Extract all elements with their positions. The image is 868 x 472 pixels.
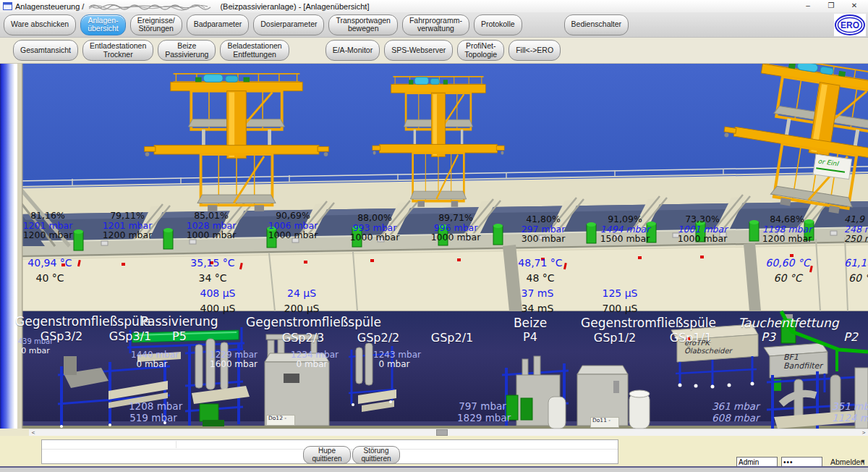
window-title-suffix: (Beizpassivieranlage) - [Anlagenübersich… [220,2,369,11]
fill-level-gauge: 84,68%1198 mbar1200 mbar [754,214,820,244]
logout-dropdown-icon[interactable]: ▼ [860,458,866,465]
plant-3d-graphics: or Einl [0,64,868,429]
station-unit: GSp3/1 [104,329,156,343]
button-sps-webserver[interactable]: SPS-Webserver [384,40,453,61]
window-bottom-edge [0,466,868,472]
button-beladestationen-entfettungen[interactable]: Beladestationen Entfettungen [220,40,289,61]
pressure-readout: 439 mbar0 mbar [17,337,54,355]
button-gesamtansicht[interactable]: Gesamtansicht [13,40,78,61]
station-title: Tauchentfettung [738,316,839,330]
station-unit: GSp2/3 [277,331,329,345]
temperature-readout: 48,71 °C48 °C [513,256,568,286]
fill-level-gauge: 41,80%297 mbar300 mbar [510,214,576,244]
button-ea-monitor[interactable]: E/A-Monitor [326,40,380,61]
app-icon [3,2,12,10]
station-title: Beize [505,316,556,330]
button-fahrprogrammverwaltung[interactable]: Fahrprogramm- verwaltung [402,14,469,35]
scrollbar-thumb[interactable] [436,429,448,436]
dosing-unit-label: Do11 - [590,417,619,428]
pressure-readout: 1208 mbar519 mbar [129,400,178,423]
svg-text:ERO: ERO [841,20,859,30]
dosing-unit-label: Do12 - [266,415,295,426]
temperature-readout: 61,18 °C60 °C [844,256,868,286]
pressure-readout: 351 mbar1124 mbar [832,400,868,423]
temperature-readout: 35,15 °C34 °C [185,256,240,286]
window-titlebar: Anlagensteuerung / (Beizpassivieranlage)… [0,0,868,12]
fill-level-gauge: 88,00%993 mbar1000 mbar [341,213,408,243]
button-ware-abschicken[interactable]: Ware abschicken [4,14,76,35]
minimize-button[interactable]: – [799,0,817,12]
window-title-prefix: Anlagensteuerung / [15,2,84,11]
band-filter-label: BF1Bandfilter [783,353,822,371]
left-edge-strip [0,64,17,429]
station-unit: P2 [836,330,865,344]
button-profinet-topologie[interactable]: ProfiNet- Topologie [457,40,504,61]
station-unit: GSp2/2 [352,331,404,345]
button-ereignisse-stoerungen[interactable]: Ereignisse/ Störungen [130,14,182,35]
horizontal-scrollbar[interactable]: < > [29,429,868,436]
pressure-readout: 1440 mbar0 mbar [131,350,173,369]
station-unit: P3 [754,330,783,344]
conductivity-readout: 408 µS400 µS [192,286,243,316]
fill-level-gauge: 85,01%1028 mbar1000 mbar [178,211,244,240]
plant-3d-view[interactable]: or Einl 81,16%1201 mbar1200 mbar 79,11%1… [0,64,868,429]
station-title: Gegenstromfließspüle [15,314,149,329]
button-transportwagen-bewegen[interactable]: Transportwagen bewegen [328,14,397,35]
button-dosierparameter[interactable]: Dosierparameter [253,14,324,35]
bottom-panel: Hupe quittieren Störung quittieren Abmel… [0,436,868,467]
conductivity-readout: 24 µS200 µS [276,286,327,316]
oil-separator-label: eroTPKÖlabscheider [684,339,732,355]
button-bedienschalter[interactable]: Bedienschalter [564,14,629,35]
button-protokolle[interactable]: Protokolle [474,14,522,35]
button-entladestationen-trockner[interactable]: Entladestationen Trockner [82,40,153,61]
fill-level-gauge: 73,30%1001 mbar1000 mbar [669,214,736,244]
fill-level-gauge: 81,16%1201 mbar1200 mbar [14,211,81,240]
view-toolbar: Gesamtansicht Entladestationen Trockner … [0,38,868,64]
station-title: Passivierung [140,314,219,329]
button-fill-ero[interactable]: Fill<->ERO [509,40,561,61]
left-wall-edge [17,64,22,429]
fill-level-gauge: 91,09%1494 mbar1500 mbar [592,214,658,244]
station-title: Gegenstromfließspüle [246,315,369,329]
redacted-title-text [88,2,216,11]
pressure-readout: 1234 mbar0 mbar [291,350,333,369]
close-button[interactable]: ✕ [845,0,864,12]
fill-level-gauge: 79,11%1201 mbar1200 mbar [94,211,161,240]
fill-level-gauge: 89,71%996 mbar1000 mbar [422,213,489,243]
button-anlagenuebersicht[interactable]: Anlagen- übersicht [80,14,126,35]
pressure-readout: 797 mbar1829 mbar [457,400,508,423]
station-unit: GSp1/2 [589,331,641,345]
temperature-readout: 40,94 °C40 °C [22,256,77,286]
button-beize-passivierung[interactable]: Beize Passivierung [158,40,216,61]
station-unit: P4 [516,330,545,344]
button-badparameter[interactable]: Badparameter [187,14,250,35]
station-title: Gegenstromfließspüle [581,316,704,330]
pressure-readout: 361 mbar608 mbar [712,400,758,423]
hupe-quittieren-button[interactable]: Hupe quittieren [303,446,351,464]
pressure-readout: 1243 mbar0 mbar [373,350,415,369]
primary-toolbar: Ware abschicken Anlagen- übersicht Ereig… [0,12,868,38]
maximize-button[interactable]: ❐ [822,0,841,12]
station-unit: GSp2/1 [426,331,478,345]
conductivity-readout: 125 µS700 µS [596,286,644,316]
fill-level-gauge: 90,69%1006 mbar1000 mbar [260,211,326,240]
conductivity-readout: 37 mS34 mS [514,286,561,316]
station-unit: P5 [165,329,194,343]
ero-logo: ERO [834,14,866,36]
pressure-readout: 1229 mbar1600 mbar [210,350,252,369]
scrollbar-filler [0,429,29,436]
stoerung-quittieren-button[interactable]: Störung quittieren [352,446,400,464]
fill-level-gauge: 41,9248 mbar250 mbar [844,214,868,244]
temperature-readout: 60,60 °C60 °C [760,256,815,286]
